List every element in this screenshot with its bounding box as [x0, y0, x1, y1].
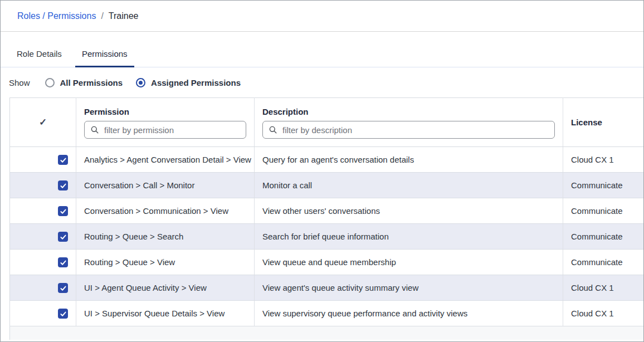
table-footer — [9, 326, 644, 340]
row-select-cell — [10, 198, 76, 224]
tab-bar: Role Details Permissions — [1, 32, 643, 67]
license-column-header: License — [563, 98, 644, 147]
table-header-row: ✓ Permission Description — [10, 98, 644, 147]
permission-filter-box — [84, 121, 246, 139]
radio-all-permissions-label[interactable]: All Permissions — [60, 78, 123, 87]
table-row: UI > Supervisor Queue Details > ViewView… — [10, 301, 644, 326]
permissions-table-wrapper: ✓ Permission Description — [9, 97, 644, 340]
show-filter-row: Show All Permissions Assigned Permission… — [1, 67, 643, 97]
description-filter-box — [262, 121, 555, 139]
table-row: Conversation > Communication > ViewView … — [10, 198, 644, 224]
row-select-cell — [10, 301, 76, 326]
breadcrumb-separator: / — [101, 11, 103, 21]
license-cell: Cloud CX 1 — [563, 301, 644, 326]
breadcrumb-link-roles-permissions[interactable]: Roles / Permissions — [17, 11, 96, 21]
table-row: Routing > Queue > SearchSearch for brief… — [10, 224, 644, 250]
permission-cell: UI > Agent Queue Activity > View — [76, 275, 255, 301]
select-column-header: ✓ — [10, 98, 76, 147]
search-icon — [90, 125, 99, 134]
license-cell: Cloud CX 1 — [563, 147, 644, 173]
radio-assigned-permissions-label[interactable]: Assigned Permissions — [151, 78, 241, 87]
row-checkbox[interactable] — [58, 155, 68, 165]
radio-option-assigned-permissions[interactable]: Assigned Permissions — [136, 78, 241, 87]
show-label: Show — [9, 78, 30, 87]
permissions-radio-group: All Permissions Assigned Permissions — [45, 78, 241, 87]
description-cell: Search for brief queue information — [255, 224, 563, 250]
row-checkbox[interactable] — [58, 309, 68, 319]
row-select-cell — [10, 224, 76, 250]
permission-cell: Conversation > Communication > View — [76, 198, 255, 224]
description-cell: View supervisory queue performance and a… — [255, 301, 563, 326]
radio-option-all-permissions[interactable]: All Permissions — [45, 78, 123, 87]
tab-role-details[interactable]: Role Details — [10, 49, 69, 67]
permission-column-header: Permission — [76, 98, 255, 147]
license-cell: Communicate — [563, 198, 644, 224]
permission-cell: Conversation > Call > Monitor — [76, 173, 255, 198]
permission-column-label: Permission — [84, 107, 246, 116]
license-cell: Communicate — [563, 250, 644, 275]
breadcrumb-current-role: Trainee — [109, 11, 139, 21]
table-row: Conversation > Call > MonitorMonitor a c… — [10, 173, 644, 198]
roles-permissions-page: Roles / Permissions / Trainee Role Detai… — [0, 0, 644, 342]
description-column-header: Description — [255, 98, 563, 147]
license-column-label: License — [571, 118, 644, 127]
row-checkbox[interactable] — [58, 206, 68, 216]
permission-cell: Routing > Queue > Search — [76, 224, 255, 250]
description-filter-input[interactable] — [282, 125, 549, 135]
row-select-cell — [10, 173, 76, 198]
permission-cell: UI > Supervisor Queue Details > View — [76, 301, 255, 326]
row-checkbox[interactable] — [58, 257, 68, 267]
row-select-cell — [10, 275, 76, 301]
radio-assigned-permissions-icon[interactable] — [136, 78, 145, 87]
description-cell: Monitor a call — [255, 173, 563, 198]
license-cell: Communicate — [563, 224, 644, 250]
row-checkbox[interactable] — [58, 180, 68, 190]
row-checkbox[interactable] — [58, 283, 68, 293]
permissions-table-body: Analytics > Agent Conversation Detail > … — [10, 147, 644, 326]
table-row: Routing > Queue > ViewView queue and que… — [10, 250, 644, 275]
description-cell: View agent's queue activity summary view — [255, 275, 563, 301]
description-cell: View other users' conversations — [255, 198, 563, 224]
row-select-cell — [10, 147, 76, 173]
checkmark-icon: ✓ — [39, 116, 47, 128]
license-cell: Communicate — [563, 173, 644, 198]
table-row: Analytics > Agent Conversation Detail > … — [10, 147, 644, 173]
description-cell: Query for an agent's conversation detail… — [255, 147, 563, 173]
permissions-table: ✓ Permission Description — [9, 97, 644, 326]
permission-cell: Analytics > Agent Conversation Detail > … — [76, 147, 255, 173]
permission-cell: Routing > Queue > View — [76, 250, 255, 275]
search-icon — [269, 125, 277, 134]
description-column-label: Description — [262, 107, 555, 116]
row-checkbox[interactable] — [58, 232, 68, 242]
tab-permissions[interactable]: Permissions — [75, 49, 134, 67]
license-cell: Cloud CX 1 — [563, 275, 644, 301]
radio-all-permissions-icon[interactable] — [45, 78, 55, 87]
table-row: UI > Agent Queue Activity > ViewView age… — [10, 275, 644, 301]
breadcrumb: Roles / Permissions / Trainee — [1, 1, 643, 32]
row-select-cell — [10, 250, 76, 275]
description-cell: View queue and queue membership — [255, 250, 563, 275]
permission-filter-input[interactable] — [104, 125, 240, 135]
